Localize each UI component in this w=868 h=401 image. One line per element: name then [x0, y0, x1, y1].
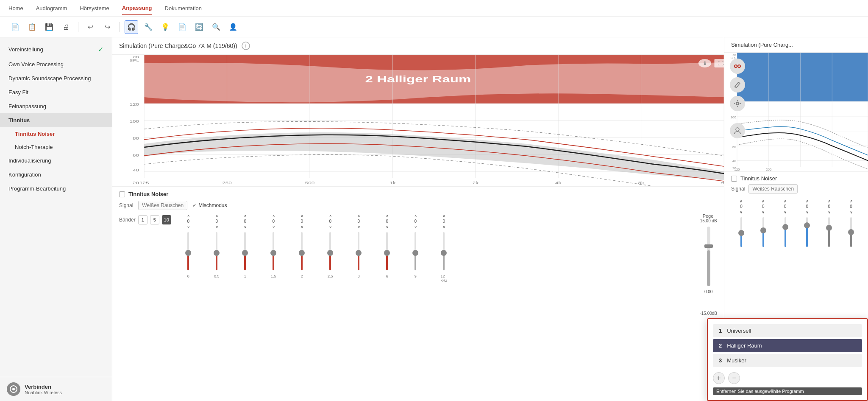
- eq-up-1[interactable]: ∧: [215, 213, 218, 218]
- program-item-2[interactable]: 2 Halliger Raum: [713, 339, 862, 352]
- eq-down-1[interactable]: ∨: [215, 224, 218, 229]
- eq-up-2[interactable]: ∧: [244, 213, 247, 218]
- band-btn-1[interactable]: 1: [138, 215, 147, 224]
- sidebar-item-konfiguration[interactable]: Konfiguration: [0, 168, 112, 182]
- settings-side-button[interactable]: [730, 96, 745, 111]
- right-eq-up-3[interactable]: ∧: [784, 199, 787, 203]
- eq-up-6[interactable]: ∧: [357, 213, 360, 218]
- eq-slider-0[interactable]: [187, 230, 189, 272]
- program-item-1[interactable]: 1 Universell: [713, 324, 862, 337]
- sidebar-item-voreinstellung[interactable]: Voreinstellung ✓: [0, 42, 112, 57]
- right-eq-down-6[interactable]: ∨: [850, 210, 853, 214]
- lightbulb-button[interactable]: 💡: [159, 20, 172, 34]
- right-eq-down-2[interactable]: ∨: [762, 210, 765, 214]
- open-file-button[interactable]: 📋: [25, 20, 39, 34]
- right-tinnitus-checkbox[interactable]: [731, 176, 737, 182]
- eq-slider-1[interactable]: [216, 230, 217, 272]
- eq-up-7[interactable]: ∧: [386, 213, 389, 218]
- nav-anpassung[interactable]: Anpassung: [122, 1, 152, 15]
- sidebar-item-dynamic[interactable]: Dynamic Soundscape Processing: [0, 71, 112, 85]
- eq-down-8[interactable]: ∨: [414, 224, 417, 229]
- eq-up-5[interactable]: ∧: [329, 213, 332, 218]
- connect-title: Verbinden: [25, 384, 62, 390]
- program-add-button[interactable]: +: [713, 372, 725, 384]
- right-eq-up-1[interactable]: ∧: [740, 199, 743, 203]
- search-button[interactable]: 🔍: [209, 20, 223, 34]
- nav-horsysteme[interactable]: Hörsysteme: [80, 2, 109, 15]
- right-eq-slider-1[interactable]: [740, 215, 742, 249]
- svg-text:i: i: [245, 43, 246, 48]
- eq-slider-7[interactable]: [386, 230, 388, 272]
- eq-down-7[interactable]: ∨: [386, 224, 389, 229]
- nav-audiogramm[interactable]: Audiogramm: [36, 2, 67, 15]
- right-eq-up-4[interactable]: ∧: [806, 199, 809, 203]
- sidebar-item-programm[interactable]: Programm-Bearbeitung: [0, 182, 112, 196]
- info-icon[interactable]: i: [242, 42, 250, 50]
- right-eq-slider-5[interactable]: [828, 215, 830, 249]
- nav-home[interactable]: Home: [8, 2, 23, 15]
- headphones-button[interactable]: 🎧: [125, 20, 138, 34]
- right-eq-down-1[interactable]: ∨: [740, 210, 743, 214]
- sidebar-item-tinnitus-noiser[interactable]: Tinnitus Noiser: [0, 127, 112, 140]
- band-btn-5[interactable]: 5: [150, 215, 159, 224]
- right-eq-up-6[interactable]: ∧: [850, 199, 853, 203]
- eq-up-9[interactable]: ∧: [442, 213, 445, 218]
- sidebar-item-notch[interactable]: Notch-Therapie: [0, 140, 112, 154]
- right-eq-down-5[interactable]: ∨: [828, 210, 831, 214]
- sidebar-item-tinnitus[interactable]: Tinnitus: [0, 113, 112, 127]
- right-eq-down-3[interactable]: ∨: [784, 210, 787, 214]
- pegel-slider[interactable]: [707, 227, 710, 286]
- edit-side-button[interactable]: [730, 77, 745, 93]
- right-eq-slider-6[interactable]: [850, 215, 852, 249]
- right-eq-slider-2[interactable]: [762, 215, 764, 249]
- document-button[interactable]: 📄: [175, 20, 189, 34]
- sidebar-item-easy-fit[interactable]: Easy Fit: [0, 85, 112, 99]
- right-eq-slider-3[interactable]: [785, 215, 786, 249]
- tinnitus-checkbox[interactable]: [119, 191, 125, 197]
- eq-slider-2[interactable]: [244, 230, 246, 272]
- right-signal-dropdown[interactable]: Weißes Rauschen: [748, 184, 798, 193]
- band-btn-10[interactable]: 10: [162, 215, 171, 224]
- eq-up-8[interactable]: ∧: [414, 213, 417, 218]
- signal-dropdown[interactable]: Weißes Rauschen: [138, 201, 187, 210]
- svg-text:SPL: SPL: [129, 59, 139, 62]
- program-remove-button[interactable]: −: [728, 372, 740, 384]
- sidebar-item-feinanpassung[interactable]: Feinanpassung: [0, 99, 112, 113]
- right-eq-slider-4[interactable]: [806, 215, 808, 249]
- link-side-button[interactable]: [730, 59, 745, 74]
- eq-down-4[interactable]: ∨: [300, 224, 303, 229]
- pegel-thumb[interactable]: [704, 244, 713, 248]
- right-eq-up-2[interactable]: ∧: [762, 199, 765, 203]
- eq-slider-3[interactable]: [273, 230, 274, 272]
- right-eq-up-5[interactable]: ∧: [828, 199, 831, 203]
- eq-slider-5[interactable]: [329, 230, 331, 272]
- redo-button[interactable]: ↪: [100, 20, 114, 34]
- person-side-button[interactable]: [730, 123, 745, 138]
- eq-down-0[interactable]: ∨: [187, 224, 190, 229]
- undo-button[interactable]: ↩: [83, 20, 97, 34]
- eq-up-4[interactable]: ∧: [300, 213, 303, 218]
- eq-down-3[interactable]: ∨: [272, 224, 275, 229]
- wrench-button[interactable]: 🔧: [142, 20, 155, 34]
- eq-slider-9[interactable]: [443, 230, 445, 272]
- eq-down-2[interactable]: ∨: [244, 224, 247, 229]
- sync-button[interactable]: 🔄: [192, 20, 206, 34]
- eq-down-5[interactable]: ∨: [329, 224, 332, 229]
- eq-up-3[interactable]: ∧: [272, 213, 275, 218]
- sidebar-item-individualisierung[interactable]: Individualisierung: [0, 154, 112, 168]
- eq-slider-8[interactable]: [415, 230, 416, 272]
- eq-slider-6[interactable]: [358, 230, 359, 272]
- eq-down-9[interactable]: ∨: [442, 224, 445, 229]
- eq-down-6[interactable]: ∨: [357, 224, 360, 229]
- save-button[interactable]: 💾: [42, 20, 56, 34]
- nav-dokumentation[interactable]: Dokumentation: [165, 2, 202, 15]
- right-eq-down-4[interactable]: ∨: [806, 210, 809, 214]
- program-item-3[interactable]: 3 Musiker: [713, 354, 862, 367]
- print-button[interactable]: 🖨: [59, 20, 73, 34]
- sidebar-item-own-voice[interactable]: Own Voice Processing: [0, 57, 112, 71]
- sidebar-footer[interactable]: Verbinden Noahlink Wireless: [0, 377, 112, 401]
- eq-slider-4[interactable]: [301, 230, 303, 272]
- person-button[interactable]: 👤: [226, 20, 240, 34]
- new-file-button[interactable]: 📄: [8, 20, 22, 34]
- eq-up-0[interactable]: ∧: [187, 213, 190, 218]
